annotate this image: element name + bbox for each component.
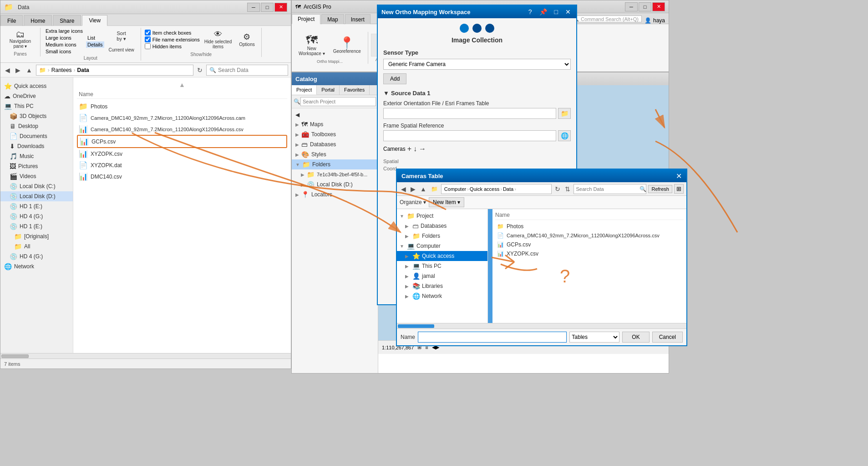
- catalog-search-input[interactable]: [300, 97, 376, 106]
- sidebar-item-hd1e[interactable]: 💿 HD 1 (E:): [0, 201, 73, 211]
- ortho-pin-button[interactable]: 📌: [538, 7, 549, 16]
- minimize-button[interactable]: ─: [247, 3, 260, 12]
- item-checkboxes-input[interactable]: [145, 30, 151, 36]
- arcgis-maximize[interactable]: □: [639, 2, 651, 11]
- arcgis-tab-insert[interactable]: Insert: [345, 14, 371, 24]
- file-name-extensions-option[interactable]: File name extensions: [145, 36, 200, 42]
- sidebar-item-hd1e2[interactable]: 💿 HD 1 (E:): [0, 221, 73, 231]
- dialog-back-button[interactable]: ◀: [400, 184, 407, 194]
- dialog-forward-button[interactable]: ▶: [409, 184, 417, 194]
- tab-file[interactable]: File: [0, 15, 23, 26]
- sidebar-item-pictures[interactable]: 🖼 Pictures: [0, 161, 73, 171]
- dialog-folder-button[interactable]: 📁: [430, 185, 439, 193]
- catalog-tab-project[interactable]: Project: [292, 85, 317, 95]
- tree-item-databases[interactable]: ▶ 🗃 Databases: [397, 221, 487, 231]
- sidebar-item-hd4g2[interactable]: 💿 HD 4 (G:): [0, 251, 73, 261]
- sidebar-item-downloads[interactable]: ⬇ Downloads: [0, 141, 73, 151]
- sidebar-item-quick-access[interactable]: ⭐ Quick access: [0, 81, 73, 91]
- dialog-file-gcps[interactable]: 📊 GCPs.csv: [495, 240, 684, 249]
- cameras-down-button[interactable]: ↓: [413, 145, 417, 153]
- layout-extra-large[interactable]: Extra large icons: [44, 28, 84, 34]
- sort-by-button[interactable]: Sortby ▾: [106, 29, 137, 44]
- tab-home[interactable]: Home: [24, 15, 52, 26]
- maximize-button[interactable]: □: [261, 3, 274, 12]
- catalog-nav-back[interactable]: ◀: [292, 110, 378, 119]
- ok-button[interactable]: OK: [622, 332, 649, 343]
- sidebar-item-documents[interactable]: 📄 Documents: [0, 131, 73, 141]
- sidebar-item-videos[interactable]: 🎬 Videos: [0, 171, 73, 181]
- hide-selected-button[interactable]: 👁 Hide selecteditems: [202, 28, 235, 51]
- dialog-h-scrollbar[interactable]: [397, 323, 686, 328]
- tab-share[interactable]: Share: [53, 15, 81, 26]
- navigation-pane-button[interactable]: 🗂 Navigationpane ▾: [7, 28, 34, 51]
- search-input[interactable]: [218, 67, 285, 73]
- sidebar-item-originals[interactable]: 📁 [Originals]: [0, 231, 73, 241]
- sidebar-item-hd4g[interactable]: 💿 HD 4 (G:): [0, 211, 73, 221]
- arcgis-tab-project[interactable]: Project: [292, 14, 320, 24]
- sidebar-item-onedrive[interactable]: ☁ OneDrive: [0, 91, 73, 101]
- sidebar-item-desktop[interactable]: 🖥 Desktop: [0, 121, 73, 131]
- dialog-view-toggle[interactable]: ⊞: [674, 184, 684, 194]
- collapse-arrow[interactable]: ▲: [77, 81, 287, 88]
- catalog-item-styles[interactable]: ▶ 🎨 Styles: [292, 149, 378, 159]
- sidebar-item-network[interactable]: 🌐 Network: [0, 261, 73, 271]
- organize-button[interactable]: Organize ▾: [400, 199, 426, 205]
- breadcrumb-rantees[interactable]: Rantees: [51, 67, 72, 73]
- dialog-refresh-btn2[interactable]: Refresh: [648, 185, 672, 193]
- breadcrumb-bar[interactable]: 📁 › Rantees › Data: [36, 65, 193, 76]
- tree-item-jamal[interactable]: ▶ 👤 jamal: [397, 271, 487, 281]
- horizontal-scrollbar[interactable]: [0, 353, 291, 358]
- layout-small[interactable]: Small icons: [44, 48, 84, 55]
- sensor-type-dropdown[interactable]: Generic Frame Camera: [383, 59, 571, 70]
- arcgis-tab-map[interactable]: Map: [321, 14, 344, 24]
- catalog-item-locators[interactable]: ▶ 📍 Locators: [292, 189, 378, 200]
- tree-item-computer[interactable]: ▼ 💻 Computer: [397, 241, 487, 251]
- tree-item-libraries[interactable]: ▶ 📚 Libraries: [397, 281, 487, 291]
- cameras-add-button[interactable]: +: [407, 145, 411, 153]
- georeference-button[interactable]: 📍 Georeference: [330, 35, 364, 56]
- ortho-maximize-button[interactable]: □: [553, 7, 560, 16]
- cameras-right-button[interactable]: →: [419, 145, 426, 153]
- ortho-close-button[interactable]: ✕: [563, 7, 573, 16]
- catalog-item-guid[interactable]: ▶ 📁 7e1c34fb-2bef-4f5f-b...: [292, 169, 378, 179]
- layout-large[interactable]: Large icons: [44, 35, 84, 41]
- up-button[interactable]: ▲: [24, 66, 34, 75]
- arcgis-close[interactable]: ✕: [652, 2, 665, 11]
- dialog-refresh-button[interactable]: ↻: [553, 184, 562, 194]
- dialog-sort-button[interactable]: ⇅: [563, 184, 572, 194]
- hidden-items-input[interactable]: [145, 43, 151, 49]
- dialog-h-scroll-thumb[interactable]: [398, 324, 434, 328]
- catalog-item-local-d[interactable]: ▶ 💿 Local Disk (D:): [292, 179, 378, 189]
- command-search-box[interactable]: 🔍 Command Search (Alt+Q): [569, 15, 642, 22]
- breadcrumb-data[interactable]: Data: [77, 67, 89, 73]
- frame-spatial-input[interactable]: [383, 130, 556, 141]
- catalog-tab-favorites[interactable]: Favorites: [340, 85, 370, 95]
- tree-item-network-dlg[interactable]: ▶ 🌐 Network: [397, 291, 487, 301]
- back-button[interactable]: ◀: [3, 66, 12, 75]
- close-button[interactable]: ✕: [274, 3, 287, 12]
- layout-list[interactable]: List: [86, 35, 104, 41]
- frame-spatial-globe-button[interactable]: 🌐: [558, 130, 571, 141]
- hidden-items-option[interactable]: Hidden items: [145, 43, 200, 49]
- tree-item-thispc-dlg[interactable]: ▶ 💻 This PC: [397, 261, 487, 271]
- tree-scrollbar[interactable]: [488, 209, 492, 323]
- catalog-item-folders[interactable]: ▼ 📁 Folders: [292, 159, 378, 169]
- type-select[interactable]: Tables: [569, 332, 619, 343]
- tree-item-project[interactable]: ▼ 📁 Project: [397, 211, 487, 221]
- scroll-thumb[interactable]: [1, 354, 29, 358]
- tree-item-quick-access[interactable]: ▶ ⭐ Quick access: [397, 251, 487, 261]
- tree-item-folders[interactable]: ▶ 📁 Folders: [397, 231, 487, 241]
- dialog-breadcrumb[interactable]: Computer › Quick access › Data ›: [441, 184, 552, 194]
- exterior-orient-browse-button[interactable]: 📁: [558, 108, 571, 119]
- forward-button[interactable]: ▶: [14, 66, 22, 75]
- catalog-tab-portal[interactable]: Portal: [317, 85, 340, 95]
- file-item-photos[interactable]: 📁 Photos: [77, 101, 287, 112]
- file-item-gcps[interactable]: 📊 GCPs.csv: [77, 135, 287, 148]
- dialog-search-input[interactable]: [576, 186, 639, 192]
- file-name-ext-input[interactable]: [145, 36, 151, 42]
- catalog-item-databases[interactable]: ▶ 🗃 Databases: [292, 139, 378, 149]
- sidebar-item-music[interactable]: 🎵 Music: [0, 151, 73, 161]
- sidebar-item-3d-objects[interactable]: 📦 3D Objects: [0, 111, 73, 121]
- sidebar-item-thispc[interactable]: 💻 This PC: [0, 101, 73, 111]
- refresh-button[interactable]: ↻: [195, 66, 204, 75]
